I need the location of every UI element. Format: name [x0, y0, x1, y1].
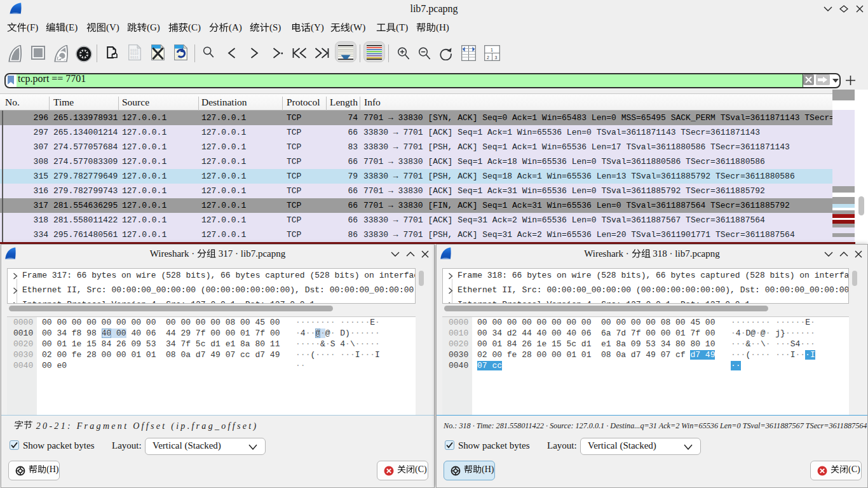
- svg-text:2: 2: [487, 55, 489, 60]
- svg-text:3: 3: [495, 55, 498, 60]
- svg-text:1: 1: [491, 48, 493, 52]
- svg-text:0111: 0111: [130, 56, 139, 60]
